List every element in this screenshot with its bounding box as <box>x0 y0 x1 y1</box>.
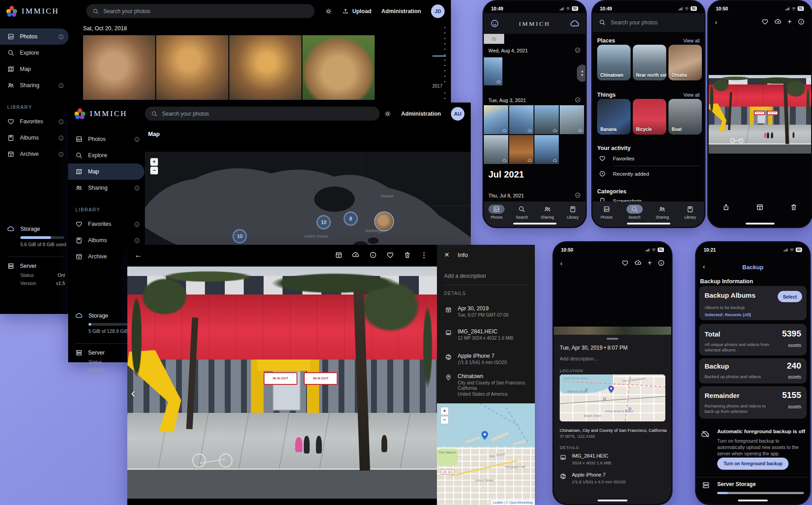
trash-icon[interactable] <box>404 251 411 259</box>
scrollbar-handle[interactable]: ▲▼ <box>577 65 585 82</box>
photo-thumbnail[interactable] <box>229 35 302 100</box>
heart-icon[interactable] <box>761 18 769 25</box>
photo-thumbnail[interactable] <box>83 35 155 100</box>
administration-link[interactable]: Administration <box>381 8 421 14</box>
photo-thumbnail[interactable] <box>509 105 534 134</box>
info-circle-icon[interactable] <box>58 34 64 40</box>
select-button[interactable]: Select <box>778 291 802 302</box>
add-icon[interactable]: + <box>788 18 792 25</box>
photo-thumbnail[interactable] <box>484 135 508 164</box>
map-zoom-out-button[interactable]: − <box>150 167 158 174</box>
sidebar-item-explore[interactable]: Explore <box>68 147 144 164</box>
kebab-menu-icon[interactable]: ⋮ <box>421 251 427 259</box>
thing-card[interactable]: Banana <box>597 99 631 135</box>
user-avatar[interactable]: JD <box>431 5 445 18</box>
nav-item-photos[interactable]: Photos <box>593 205 621 220</box>
info-circle-icon[interactable] <box>134 238 140 243</box>
place-card[interactable]: Omaha <box>668 45 702 80</box>
theme-toggle-icon[interactable] <box>384 110 391 117</box>
info-circle-icon[interactable] <box>58 119 64 125</box>
favorites-row[interactable]: Favorites <box>599 155 634 162</box>
search-input[interactable]: Search your photos <box>86 4 315 18</box>
nav-item-sharing[interactable]: Sharing <box>649 205 677 220</box>
nav-item-library[interactable]: Library <box>676 205 704 220</box>
immich-logo[interactable]: IMMICH <box>6 0 59 22</box>
drag-handle[interactable] <box>607 338 618 340</box>
thing-card[interactable]: Boat <box>668 99 702 135</box>
close-icon[interactable]: ✕ <box>444 251 450 258</box>
info-circle-icon[interactable] <box>58 135 64 141</box>
sidebar-item-photos[interactable]: Photos <box>0 28 69 45</box>
info-circle-icon[interactable] <box>134 221 140 227</box>
photo-thumbnail[interactable] <box>484 34 504 44</box>
map-attribution[interactable]: Leaflet | © OpenStreetMap <box>491 500 535 505</box>
info-circle-icon[interactable] <box>658 259 665 267</box>
recently-added-row[interactable]: Recently added <box>599 170 649 177</box>
info-circle-icon[interactable] <box>369 251 377 259</box>
select-check-icon[interactable] <box>575 97 581 103</box>
back-chevron-icon[interactable]: ‹ <box>560 259 562 267</box>
trash-icon[interactable] <box>790 203 798 211</box>
nav-item-search[interactable]: Search <box>509 205 534 220</box>
cloud-upload-icon[interactable] <box>775 18 782 25</box>
previous-photo-chevron[interactable]: ‹ <box>131 385 135 401</box>
turn-on-foreground-backup-button[interactable]: Turn on foreground backup <box>717 458 789 470</box>
sidebar-item-photos[interactable]: Photos <box>68 131 144 147</box>
photo-in-n-out[interactable]: IN-N-OUT IN-N-OUT <box>709 75 811 154</box>
photo-thumbnail[interactable] <box>484 57 502 85</box>
sidebar-item-favorites[interactable]: Favorites <box>68 216 144 232</box>
map-cluster-marker[interactable]: 10 <box>232 229 247 243</box>
nav-item-library[interactable]: Library <box>560 205 585 220</box>
sidebar-item-map[interactable]: Map <box>0 61 69 77</box>
map-zoom-in-button[interactable]: + <box>441 407 449 415</box>
view-all-link[interactable]: View all <box>683 92 700 98</box>
timeline-scrubber-dots[interactable] <box>444 25 445 83</box>
sidebar-item-albums[interactable]: Albums <box>0 130 69 146</box>
sidebar-item-favorites[interactable]: Favorites <box>0 113 69 130</box>
map-cluster-marker[interactable]: 10 <box>316 215 331 229</box>
add-icon[interactable]: + <box>648 259 652 267</box>
timeline-scrubber-handle[interactable] <box>432 56 446 56</box>
map-cluster-marker[interactable]: 8 <box>343 211 358 226</box>
back-chevron-icon[interactable]: ‹ <box>715 18 717 26</box>
description-field[interactable]: Add description... <box>560 356 598 361</box>
sidebar-item-archive[interactable]: Archive <box>0 146 69 162</box>
photo-strip[interactable] <box>554 327 671 335</box>
search-input[interactable]: Search your photos <box>145 107 380 121</box>
sidebar-item-map[interactable]: Map <box>68 164 144 180</box>
back-arrow-icon[interactable]: ← <box>135 251 142 260</box>
archive-icon[interactable] <box>756 203 764 211</box>
select-check-icon[interactable] <box>575 47 581 53</box>
search-input[interactable]: Search your photos <box>611 19 658 26</box>
map-photo-cluster[interactable] <box>374 211 394 231</box>
place-card[interactable]: Chinatown <box>597 45 631 80</box>
sidebar-item-explore[interactable]: Explore <box>0 45 69 61</box>
heart-icon[interactable] <box>386 251 394 259</box>
backup-avatar-icon[interactable] <box>570 19 580 28</box>
photo-thumbnail[interactable] <box>560 105 584 134</box>
map-zoom-out-button[interactable]: − <box>441 416 449 424</box>
place-card[interactable]: Near north side <box>633 45 666 80</box>
thing-card[interactable]: Bicycle <box>633 99 666 135</box>
immich-logo[interactable]: IMMICH <box>74 103 127 125</box>
photo-thumbnail[interactable] <box>509 135 534 164</box>
sidebar-item-sharing[interactable]: Sharing <box>68 180 144 196</box>
cloud-upload-icon[interactable] <box>352 251 360 259</box>
share-icon[interactable] <box>722 203 730 211</box>
location-minimap[interactable]: Fort Mason US 101 Bay Street Union Stree… <box>437 403 535 505</box>
archive-icon[interactable] <box>335 251 343 259</box>
photo-thumbnail[interactable] <box>484 105 508 134</box>
select-check-icon[interactable] <box>575 192 581 198</box>
map-zoom-in-button[interactable]: + <box>150 158 158 166</box>
description-field[interactable]: Add a description <box>444 273 486 279</box>
photo-thumbnail[interactable] <box>156 35 228 100</box>
upload-button[interactable]: Upload <box>342 8 371 14</box>
sidebar-item-sharing[interactable]: Sharing <box>0 77 69 94</box>
theme-toggle-icon[interactable] <box>325 8 332 15</box>
info-circle-icon[interactable] <box>58 151 64 157</box>
photo-thumbnail[interactable] <box>302 35 375 100</box>
info-circle-icon[interactable] <box>58 83 64 89</box>
administration-link[interactable]: Administration <box>401 111 441 117</box>
nav-item-photos[interactable]: Photos <box>484 205 509 220</box>
info-circle-icon[interactable] <box>798 18 805 25</box>
